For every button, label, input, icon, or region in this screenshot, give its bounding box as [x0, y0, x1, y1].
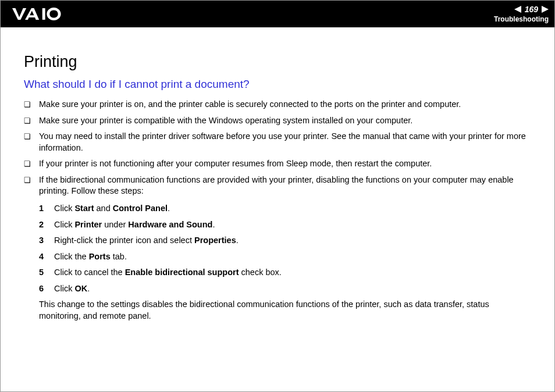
bullet-text: If your printer is not functioning after… [39, 158, 531, 170]
content-area: Printing What should I do if I cannot pr… [1, 27, 554, 322]
vaio-logo [12, 1, 76, 27]
bullet-text: You may need to install the printer driv… [39, 131, 531, 154]
section-label: Troubleshooting [494, 15, 549, 23]
step-text: Click Start and Control Panel. [54, 203, 531, 215]
step-item: 1 Click Start and Control Panel. [39, 203, 531, 215]
next-page-arrow-icon[interactable] [542, 6, 549, 13]
step-item: 2 Click Printer under Hardware and Sound… [39, 219, 531, 231]
step-number: 6 [39, 283, 54, 295]
list-item: ❏ Make sure your printer is compatible w… [24, 115, 531, 127]
bullet-icon: ❏ [24, 158, 39, 170]
step-text: Click Printer under Hardware and Sound. [54, 219, 531, 231]
bullet-icon: ❏ [24, 174, 39, 186]
step-text: Right-click the printer icon and select … [54, 235, 531, 247]
page-navigation: 169 [514, 5, 549, 14]
step-number: 1 [39, 203, 54, 215]
step-text: Click to cancel the Enable bidirectional… [54, 267, 531, 279]
header-bar: 169 Troubleshooting [1, 1, 554, 27]
step-number: 5 [39, 267, 54, 279]
step-item: 4 Click the Ports tab. [39, 251, 531, 263]
step-number: 4 [39, 251, 54, 263]
bullet-icon: ❏ [24, 99, 39, 111]
step-item: 5 Click to cancel the Enable bidirection… [39, 267, 531, 279]
header-right: 169 Troubleshooting [494, 5, 549, 23]
svg-rect-0 [42, 8, 45, 20]
step-number: 3 [39, 235, 54, 247]
prev-page-arrow-icon[interactable] [514, 6, 521, 13]
list-item: ❏ Make sure your printer is on, and the … [24, 99, 531, 111]
trailing-note: This change to the settings disables the… [24, 299, 531, 322]
list-item: ❏ If the bidirectional communication fun… [24, 174, 531, 197]
bullet-text: Make sure your printer is compatible wit… [39, 115, 531, 127]
step-item: 6 Click OK. [39, 283, 531, 295]
step-text: Click the Ports tab. [54, 251, 531, 263]
step-number: 2 [39, 219, 54, 231]
question-heading: What should I do if I cannot print a doc… [24, 78, 531, 91]
bullet-text: If the bidirectional communication funct… [39, 174, 531, 197]
bullet-icon: ❏ [24, 115, 39, 127]
step-text: Click OK. [54, 283, 531, 295]
list-item: ❏ If your printer is not functioning aft… [24, 158, 531, 170]
bullet-list: ❏ Make sure your printer is on, and the … [24, 99, 531, 197]
page-number: 169 [524, 5, 539, 14]
page-container: 169 Troubleshooting Printing What should… [0, 0, 555, 392]
numbered-steps: 1 Click Start and Control Panel. 2 Click… [24, 203, 531, 294]
bullet-text: Make sure your printer is on, and the pr… [39, 99, 531, 111]
page-title: Printing [24, 53, 531, 71]
bullet-icon: ❏ [24, 131, 39, 142]
list-item: ❏ You may need to install the printer dr… [24, 131, 531, 154]
step-item: 3 Right-click the printer icon and selec… [39, 235, 531, 247]
